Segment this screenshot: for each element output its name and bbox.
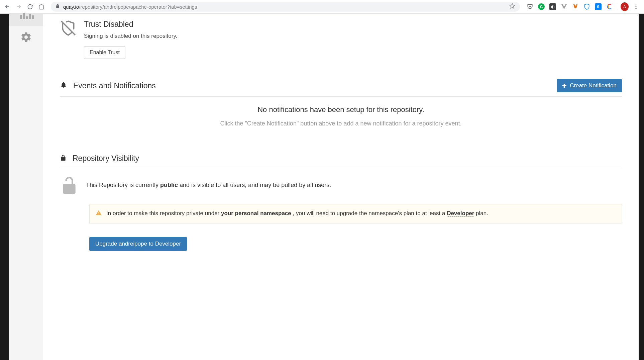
svg-marker-0 bbox=[510, 4, 515, 8]
visibility-text-pre: This Repository is currently bbox=[86, 182, 160, 188]
shield-off-icon bbox=[60, 20, 77, 59]
upgrade-button[interactable]: Upgrade andreipope to Developer bbox=[89, 237, 187, 251]
svg-point-2 bbox=[636, 6, 637, 7]
forward-button[interactable] bbox=[15, 3, 22, 10]
upgrade-alert: In order to make this repository private… bbox=[89, 204, 622, 223]
unlock-icon bbox=[60, 176, 79, 196]
toolbar-extensions: G ◐ S A bbox=[526, 3, 640, 11]
gear-icon bbox=[20, 31, 32, 44]
alert-text-bold: your personal namespace bbox=[221, 210, 291, 216]
alert-text-post: plan. bbox=[474, 210, 488, 216]
svg-point-1 bbox=[636, 4, 637, 5]
main-layout: Trust Disabled Signing is disabled on th… bbox=[0, 14, 644, 360]
visibility-section: Repository Visibility This Repository is… bbox=[60, 154, 622, 251]
extension-dark-icon[interactable]: ◐ bbox=[549, 3, 557, 11]
trust-description: Signing is disabled on this repository. bbox=[84, 33, 177, 39]
enable-trust-button[interactable]: Enable Trust bbox=[84, 46, 125, 59]
reload-button[interactable] bbox=[27, 3, 33, 10]
notifications-empty-message: No notifications have been setup for thi… bbox=[60, 105, 622, 114]
metamask-icon[interactable] bbox=[571, 3, 579, 11]
skype-icon[interactable]: S bbox=[594, 3, 602, 11]
main-content: Trust Disabled Signing is disabled on th… bbox=[43, 14, 639, 360]
alert-text-mid: , you will need to upgrade the namespace… bbox=[291, 210, 447, 216]
alert-text-pre: In order to make this repository private… bbox=[106, 210, 221, 216]
bookmark-star-icon[interactable] bbox=[509, 3, 515, 10]
window-edge-right bbox=[639, 14, 644, 360]
home-button[interactable] bbox=[38, 3, 45, 10]
events-title: Events and Notifications bbox=[73, 81, 156, 90]
grammarly-icon[interactable]: G bbox=[537, 3, 545, 11]
visibility-text: This Repository is currently public and … bbox=[86, 176, 331, 190]
sidebar-item-usage[interactable] bbox=[9, 14, 43, 26]
url-text: quay.io/repository/andreipope/apache-ope… bbox=[63, 4, 197, 10]
events-section-header: Events and Notifications ✚ Create Notifi… bbox=[60, 79, 622, 97]
events-title-wrap: Events and Notifications bbox=[60, 81, 156, 90]
lock-icon bbox=[56, 4, 60, 10]
window-edge-left bbox=[0, 14, 9, 360]
visibility-text-post: and is visible to all users, and may be … bbox=[178, 182, 331, 188]
menu-dots-icon[interactable] bbox=[632, 3, 640, 11]
lock-icon bbox=[60, 155, 67, 163]
plus-icon: ✚ bbox=[562, 83, 566, 89]
svg-point-3 bbox=[636, 8, 637, 9]
profile-avatar[interactable]: A bbox=[621, 3, 629, 11]
nav-buttons bbox=[4, 3, 45, 10]
visibility-body: This Repository is currently public and … bbox=[60, 176, 622, 196]
create-notification-button[interactable]: ✚ Create Notification bbox=[557, 79, 622, 92]
sidebar-item-settings[interactable] bbox=[9, 26, 43, 50]
create-notification-label: Create Notification bbox=[570, 82, 617, 89]
trust-content: Trust Disabled Signing is disabled on th… bbox=[84, 20, 177, 59]
extension-v-icon[interactable] bbox=[560, 3, 568, 11]
alert-content: In order to make this repository private… bbox=[106, 209, 488, 218]
url-path: /repository/andreipope/apache-operator?t… bbox=[79, 4, 197, 10]
url-domain: quay.io bbox=[63, 4, 79, 10]
visibility-text-bold: public bbox=[160, 182, 178, 188]
shield-icon[interactable] bbox=[583, 3, 591, 11]
notifications-empty-hint: Click the "Create Notification" button a… bbox=[60, 120, 622, 127]
visibility-title-wrap: Repository Visibility bbox=[60, 154, 139, 163]
bell-icon bbox=[60, 81, 67, 90]
extension-c-icon[interactable] bbox=[606, 3, 614, 11]
address-bar[interactable]: quay.io/repository/andreipope/apache-ope… bbox=[51, 2, 520, 12]
visibility-section-header: Repository Visibility bbox=[60, 154, 622, 167]
trust-section: Trust Disabled Signing is disabled on th… bbox=[60, 20, 622, 59]
trust-title: Trust Disabled bbox=[84, 20, 177, 29]
sidebar bbox=[9, 14, 43, 360]
pocket-icon[interactable] bbox=[526, 3, 534, 11]
bar-chart-icon bbox=[20, 12, 34, 19]
browser-toolbar: quay.io/repository/andreipope/apache-ope… bbox=[0, 0, 644, 14]
visibility-title: Repository Visibility bbox=[73, 154, 139, 163]
alert-text-dotted: Developer bbox=[447, 210, 474, 217]
back-button[interactable] bbox=[4, 3, 11, 10]
warning-icon bbox=[96, 210, 102, 218]
notifications-empty-state: No notifications have been setup for thi… bbox=[60, 105, 622, 127]
